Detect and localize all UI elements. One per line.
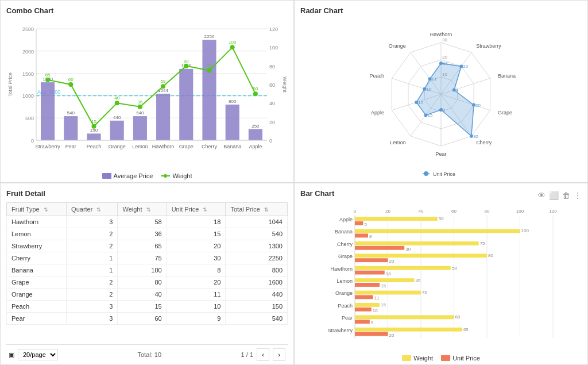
col-total-price[interactable]: Total Price ⇅ xyxy=(226,202,288,216)
cell-fruit: Cherry xyxy=(7,252,67,264)
legend-weight-label: Weight xyxy=(172,172,192,179)
col-quarter[interactable]: Quarter ⇅ xyxy=(67,202,118,216)
svg-rect-143 xyxy=(355,233,368,237)
table-row: Strawberry 2 65 20 1300 xyxy=(7,240,288,252)
svg-point-65 xyxy=(184,64,188,68)
table-row: Peach 3 15 10 150 xyxy=(7,300,288,312)
cell-fruit: Strawberry xyxy=(7,240,67,252)
more-icon[interactable]: ⋮ xyxy=(574,191,582,200)
svg-rect-151 xyxy=(355,253,487,258)
svg-text:100: 100 xyxy=(521,228,529,233)
legend-avg-price-color xyxy=(102,173,111,179)
svg-text:40: 40 xyxy=(422,290,427,295)
radar-chart-svg: 102030182082030915151011HawthornStrawber… xyxy=(300,20,582,180)
svg-text:Pear: Pear xyxy=(435,151,446,157)
per-page-select[interactable]: 20/page xyxy=(18,349,58,360)
cell-fruit: Peach xyxy=(7,300,67,312)
table-row: Hawthorn 3 58 18 1044 xyxy=(7,216,288,228)
next-page-button[interactable]: › xyxy=(273,348,285,361)
cell-quarter: 2 xyxy=(67,276,118,288)
svg-point-59 xyxy=(115,101,119,105)
col-fruit-type[interactable]: Fruit Type ⇅ xyxy=(7,202,67,216)
legend-avg-price: Average Price xyxy=(102,172,153,179)
combo-chart-panel: Combo Chart 05001000150020002500Avg: 100… xyxy=(0,0,294,183)
edit-icon[interactable]: ⬜ xyxy=(549,191,559,200)
svg-text:20: 20 xyxy=(442,55,447,60)
svg-rect-163 xyxy=(355,283,380,287)
svg-text:Cherry: Cherry xyxy=(337,241,353,247)
svg-point-53 xyxy=(45,78,50,82)
fruit-detail-table-wrapper[interactable]: Fruit Type ⇅ Quarter ⇅ Weight ⇅ Unit Pri… xyxy=(6,202,288,344)
svg-rect-183 xyxy=(355,332,388,336)
table-footer: ▣ 20/page Total: 10 1 / 1 ‹ › xyxy=(6,344,288,364)
svg-text:18: 18 xyxy=(443,61,448,66)
total-count: Total: 10 xyxy=(138,351,162,358)
svg-text:20: 20 xyxy=(389,332,394,337)
per-page-selector[interactable]: ▣ 20/page xyxy=(9,349,58,360)
svg-text:60: 60 xyxy=(269,82,275,88)
svg-rect-47 xyxy=(226,105,239,140)
svg-text:2000: 2000 xyxy=(22,49,34,55)
svg-text:800: 800 xyxy=(229,99,237,104)
svg-text:8: 8 xyxy=(369,234,372,239)
svg-text:15: 15 xyxy=(381,283,386,288)
svg-text:Grape: Grape xyxy=(179,144,194,149)
svg-text:15: 15 xyxy=(91,119,96,124)
legend-bar-weight-label: Weight xyxy=(413,355,433,362)
svg-text:Unit Price: Unit Price xyxy=(433,171,455,177)
legend-bar-unit-price-label: Unit Price xyxy=(452,355,480,362)
svg-text:2250: 2250 xyxy=(204,34,215,39)
cell-weight: 60 xyxy=(118,312,167,324)
cell-weight: 36 xyxy=(118,228,167,240)
table-row: Grape 2 80 20 1600 xyxy=(7,276,288,288)
cell-unit-price: 11 xyxy=(167,288,226,300)
svg-text:65: 65 xyxy=(463,326,469,332)
svg-rect-26 xyxy=(64,116,78,140)
svg-text:11: 11 xyxy=(432,76,437,82)
eye-icon[interactable]: 👁 xyxy=(537,191,546,200)
bar-chart-title: Bar Chart xyxy=(300,189,334,198)
svg-text:Apple: Apple xyxy=(371,110,384,116)
cell-total-price: 150 xyxy=(226,300,288,312)
combo-chart-container: 05001000150020002500Avg: 100002040608010… xyxy=(6,20,288,169)
col-weight[interactable]: Weight ⇅ xyxy=(118,202,167,216)
svg-text:80: 80 xyxy=(184,59,189,64)
svg-text:Strawberry: Strawberry xyxy=(327,327,353,333)
svg-text:40: 40 xyxy=(269,101,275,106)
cell-unit-price: 9 xyxy=(167,312,226,324)
svg-text:Strawberry: Strawberry xyxy=(35,144,60,149)
svg-text:20: 20 xyxy=(269,120,275,125)
svg-text:60: 60 xyxy=(451,209,457,214)
svg-point-71 xyxy=(253,91,258,96)
svg-text:80: 80 xyxy=(485,209,490,214)
svg-text:Grape: Grape xyxy=(338,253,353,259)
table-row: Cherry 1 75 30 2250 xyxy=(7,252,288,264)
cell-unit-price: 20 xyxy=(167,240,226,252)
cell-quarter: 3 xyxy=(67,312,118,324)
svg-text:100: 100 xyxy=(269,45,278,51)
page-number: 1 / 1 xyxy=(241,351,253,358)
cell-total-price: 540 xyxy=(226,312,288,324)
svg-text:Apple: Apple xyxy=(249,144,262,149)
svg-text:1500: 1500 xyxy=(22,71,34,77)
svg-rect-161 xyxy=(355,278,415,282)
combo-chart-svg: 05001000150020002500Avg: 100002040608010… xyxy=(6,20,288,169)
svg-rect-38 xyxy=(156,94,170,140)
svg-text:0: 0 xyxy=(269,138,272,144)
col-unit-price[interactable]: Unit Price ⇅ xyxy=(167,202,226,216)
svg-text:30: 30 xyxy=(405,246,411,251)
cell-total-price: 540 xyxy=(226,228,288,240)
svg-text:40: 40 xyxy=(419,209,424,214)
prev-page-button[interactable]: ‹ xyxy=(257,348,269,361)
radar-chart-title: Radar Chart xyxy=(300,6,582,15)
delete-icon[interactable]: 🗑 xyxy=(562,191,570,200)
legend-bar-unit-price-color xyxy=(441,355,450,361)
svg-text:Total Price: Total Price xyxy=(7,72,13,97)
svg-text:Orange: Orange xyxy=(109,144,126,149)
bar-chart-toolbar: 👁 ⬜ 🗑 ⋮ xyxy=(537,191,582,200)
svg-text:40: 40 xyxy=(114,95,119,101)
legend-bar-weight: Weight xyxy=(402,355,433,362)
svg-point-67 xyxy=(207,68,212,73)
legend-bar-weight-color xyxy=(402,355,411,361)
svg-rect-156 xyxy=(355,266,451,270)
